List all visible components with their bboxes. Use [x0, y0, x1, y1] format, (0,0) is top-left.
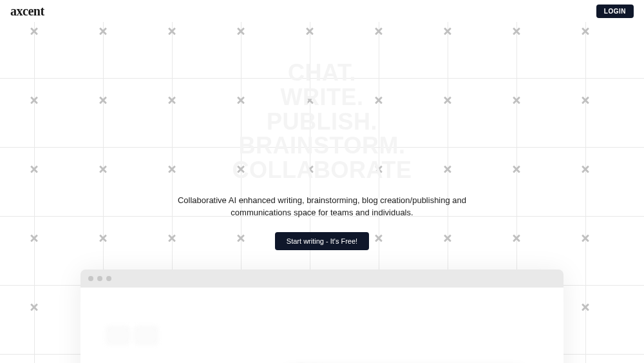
browser-bar	[80, 270, 564, 288]
hero-line-5: COLLABORATE	[232, 157, 412, 183]
blur-btn-2	[135, 326, 158, 344]
browser-mockup: Participants All users are here Edit ✕ E…	[80, 270, 564, 363]
start-writing-button[interactable]: Start writing - It's Free!	[275, 232, 369, 250]
browser-dot-yellow	[97, 276, 102, 281]
main-content: CHAT. WRITE. PUBLISH. BRAINSTORM. COLLAB…	[0, 22, 644, 363]
browser-dot-red	[88, 276, 93, 281]
cta-label: Start writing - It's Free!	[287, 237, 357, 245]
login-button[interactable]: LOGIN	[596, 5, 634, 18]
header: axcent LOGIN	[0, 0, 644, 22]
hero-line-2: WRITE.	[281, 84, 364, 110]
blurred-background: Participants All users are here	[106, 326, 538, 363]
blur-toolbar	[106, 326, 538, 344]
blur-btn-1	[106, 326, 129, 344]
logo-text: axcent	[10, 4, 44, 18]
hero-subtitle: Collaborative AI enhanced writing, brain…	[155, 194, 489, 219]
browser-dot-green	[106, 276, 111, 281]
hero-line-1: CHAT.	[288, 59, 356, 86]
logo[interactable]: axcent	[10, 4, 44, 19]
hero-line-3: PUBLISH.	[267, 108, 377, 135]
hero-title: CHAT. WRITE. PUBLISH. BRAINSTORM. COLLAB…	[0, 61, 644, 182]
browser-content: Participants All users are here Edit ✕ E…	[80, 288, 564, 363]
hero-line-4: BRAINSTORM.	[239, 132, 406, 159]
login-label: LOGIN	[604, 8, 626, 15]
